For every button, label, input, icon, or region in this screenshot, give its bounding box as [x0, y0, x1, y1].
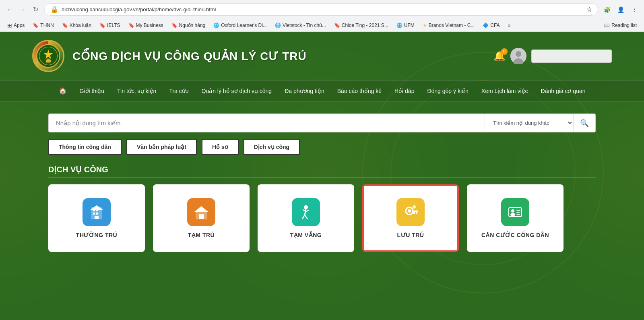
back-button[interactable]: ←: [4, 4, 15, 15]
nav-lich-lam-viec[interactable]: Xem Lịch làm việc: [479, 86, 530, 96]
bookmark-ufm[interactable]: 🌐 UFM: [393, 21, 418, 29]
forward-button[interactable]: →: [17, 4, 28, 15]
bookmark-vietstock-label: Vietstock - Tin chú...: [283, 23, 326, 28]
filter-van-ban-phap-luat[interactable]: Văn bản pháp luật: [126, 139, 197, 155]
logo-emblem: [32, 40, 64, 72]
nav-dong-gop[interactable]: Đóng góp ý kiến: [425, 86, 471, 96]
svg-rect-12: [96, 213, 98, 215]
apps-grid-icon: ⊞: [7, 22, 12, 29]
search-input[interactable]: [49, 114, 485, 132]
svg-rect-34: [516, 210, 520, 211]
site-title: CỔNG DỊCH VỤ CÔNG QUẢN LÝ CƯ TRÚ: [72, 50, 307, 63]
nav-tin-tuc[interactable]: Tin tức, sự kiện: [115, 86, 159, 96]
person-walking-icon: [297, 204, 314, 221]
browser-toolbar: ← → ↻ 🔒 ☆ 🧩 👤 ⋮: [0, 0, 644, 19]
bookmark-more[interactable]: »: [505, 21, 514, 29]
cfa-icon: 🔷: [483, 23, 489, 28]
website: CỔNG DỊCH VỤ CÔNG QUẢN LÝ CƯ TRÚ 🔔 0 🏠 G…: [0, 32, 644, 320]
card-luu-tru[interactable]: LƯU TRÚ: [362, 184, 459, 252]
search-type-dropdown[interactable]: Tìm kiếm nội dung khác: [485, 114, 573, 132]
nav-danh-gia[interactable]: Đánh giá cơ quan: [539, 86, 588, 96]
header-right: 🔔 0: [493, 48, 612, 64]
bookmark-apps[interactable]: ⊞ Apps: [4, 21, 28, 30]
main-content: Tìm kiếm nội dung khác 🔍 Thông tin công …: [0, 101, 644, 264]
can-cuoc-label: CĂN CƯỚC CÔNG DÂN: [481, 232, 549, 238]
nav-da-phuong-tien[interactable]: Đa phương tiện: [282, 86, 327, 96]
site-header: CỔNG DỊCH VỤ CÔNG QUẢN LÝ CƯ TRÚ 🔔 0: [0, 32, 644, 80]
logo-area: CỔNG DỊCH VỤ CÔNG QUẢN LÝ CƯ TRÚ: [32, 40, 307, 72]
profile-button[interactable]: 👤: [615, 4, 626, 15]
svg-line-20: [305, 209, 306, 215]
dvc-section: DỊCH VỤ CÔNG: [48, 165, 596, 252]
url-input[interactable]: [62, 6, 583, 12]
extensions-button[interactable]: 🧩: [601, 4, 613, 15]
filter-dich-vu-cong[interactable]: Dịch vụ công: [244, 139, 300, 155]
more-bookmarks-label: »: [508, 23, 511, 28]
reading-list-button[interactable]: 📖 Reading list: [601, 21, 640, 29]
bookmark-icon-4: 🔖: [128, 23, 134, 28]
address-bar[interactable]: 🔒 ☆: [44, 3, 598, 16]
search-button[interactable]: 🔍: [573, 114, 595, 132]
tam-tru-icon: [187, 198, 215, 226]
svg-point-33: [510, 213, 515, 216]
bookmark-my-business-label: My Business: [136, 23, 163, 28]
nav-buttons: ← → ↻: [4, 4, 41, 15]
svg-rect-11: [93, 213, 95, 215]
bookmark-cfa[interactable]: 🔷 CFA: [479, 21, 503, 29]
card-tam-tru[interactable]: TẠM TRÚ: [153, 184, 250, 252]
bookmark-oxford[interactable]: 🌐 Oxford Learner's Di...: [210, 21, 270, 29]
star-icon[interactable]: ☆: [586, 6, 592, 13]
username-input[interactable]: [531, 50, 612, 63]
bookmark-khoa-luan-label: Khóa luận: [70, 23, 91, 28]
search-icon: 🔍: [580, 119, 589, 127]
filter-ho-so[interactable]: Hồ sơ: [202, 139, 239, 155]
bookmark-chloe[interactable]: 🔖 Chloe Ting - 2021 S...: [331, 21, 392, 29]
bookmark-thnn[interactable]: 🔖 THNN: [29, 21, 57, 29]
luu-tru-label: LƯU TRÚ: [397, 232, 424, 238]
nav-gioi-thieu[interactable]: Giới thiệu: [77, 86, 107, 96]
reload-button[interactable]: ↻: [30, 4, 41, 15]
bookmark-icon-5: 🔖: [171, 23, 178, 28]
tam-tru-label: TẠM TRÚ: [188, 232, 215, 238]
card-thuong-tru[interactable]: THƯỜNG TRÚ: [48, 184, 145, 252]
svg-point-6: [516, 51, 521, 57]
svg-point-32: [511, 209, 514, 213]
nav-hoi-dap[interactable]: Hỏi đáp: [392, 86, 417, 96]
nav-home[interactable]: 🏠: [56, 85, 69, 96]
nav-quan-ly-ho-so[interactable]: Quản lý hồ sơ dịch vụ công: [199, 86, 275, 96]
menu-button[interactable]: ⋮: [629, 4, 640, 15]
bookmarks-bar: ⊞ Apps 🔖 THNN 🔖 Khóa luận 🔖 IELTS 🔖 My B…: [0, 19, 644, 32]
dvc-cards: THƯỜNG TRÚ TẠM TRÚ: [48, 184, 596, 252]
key-person-icon: [402, 204, 419, 221]
bookmark-vietstock[interactable]: 🌐 Vietstock - Tin chú...: [272, 21, 329, 29]
nav-tra-cuu[interactable]: Tra cứu: [167, 86, 191, 96]
thuong-tru-icon: [83, 198, 111, 226]
bookmark-brands-label: Brands Vietnam - C...: [429, 23, 475, 28]
svg-point-18: [200, 208, 202, 210]
nav-bao-cao[interactable]: Báo cáo thống kê: [335, 86, 384, 96]
oxford-icon: 🌐: [213, 23, 219, 28]
luu-tru-icon: [396, 198, 425, 226]
bookmark-oxford-label: Oxford Learner's Di...: [221, 23, 267, 28]
main-nav: 🏠 Giới thiệu Tin tức, sự kiện Tra cứu Qu…: [0, 80, 644, 101]
id-card-icon: [507, 204, 524, 221]
bookmark-ufm-label: UFM: [404, 23, 415, 28]
user-avatar[interactable]: [510, 48, 526, 64]
svg-rect-27: [412, 211, 418, 212]
bookmark-ielts[interactable]: 🔖 IELTS: [96, 21, 123, 29]
search-bar-row: Tìm kiếm nội dung khác 🔍: [48, 114, 596, 132]
building-icon: [88, 204, 105, 221]
svg-line-24: [306, 210, 309, 212]
bookmark-icon: 🔖: [33, 23, 39, 28]
tam-vang-icon: [292, 198, 320, 226]
bookmark-khoa-luan[interactable]: 🔖 Khóa luận: [59, 21, 95, 29]
bookmark-my-business[interactable]: 🔖 My Business: [125, 21, 167, 29]
bookmark-icon-2: 🔖: [62, 23, 68, 28]
svg-rect-4: [47, 59, 50, 60]
card-tam-vang[interactable]: TẠM VẮNG: [258, 184, 354, 252]
bookmark-brands[interactable]: ★ Brands Vietnam - C...: [419, 21, 478, 29]
card-can-cuoc-cong-dan[interactable]: CĂN CƯỚC CÔNG DÂN: [467, 184, 564, 252]
filter-thong-tin-cong-dan[interactable]: Thông tin công dân: [48, 139, 122, 155]
bookmark-nguon-hang[interactable]: 🔖 Nguồn hàng: [168, 21, 209, 29]
notification-bell[interactable]: 🔔 0: [493, 50, 506, 62]
